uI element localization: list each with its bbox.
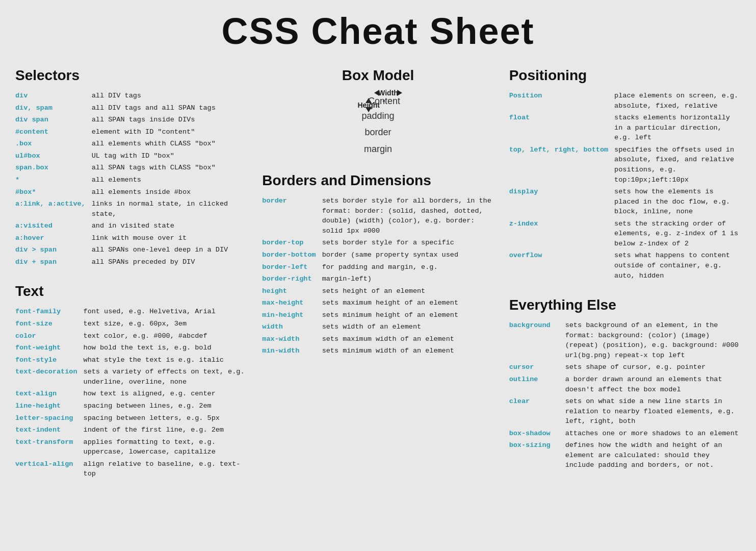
table-row: cursorsets shape of cursor, e.g. pointer	[509, 361, 741, 373]
table-row: font-sizetext size, e.g. 60px, 3em	[15, 318, 247, 330]
desc-cell: text color, e.g. #000, #abcdef	[84, 330, 247, 342]
desc-cell: all SPAN tags inside DIVs	[92, 114, 247, 126]
table-row: overflowsets what happens to content out…	[509, 249, 741, 282]
table-row: vertical-alignalign relative to baseline…	[15, 458, 247, 480]
table-row: div + spanall SPANs preceded by DIV	[15, 256, 247, 268]
desc-cell: sets width of an element	[322, 321, 494, 333]
bm-margin: Content	[383, 100, 385, 102]
borders-heading: Borders and Dimensions	[262, 172, 493, 189]
table-row: text-transformapplies formatting to text…	[15, 436, 247, 458]
table-row: line-heightspacing between lines, e.g. 2…	[15, 400, 247, 412]
table-row: a:hoverlink with mouse over it	[15, 232, 247, 244]
table-row: a:link, a:active,links in normal state, …	[15, 198, 247, 220]
desc-cell: sets what happens to content outside of …	[614, 249, 741, 282]
table-row: box-sizingdefines how the width and heig…	[509, 439, 741, 471]
desc-cell: stacks elements horizontally in a partic…	[614, 112, 741, 144]
prop-cell: .box	[15, 138, 92, 150]
box-model-section: Box Model Width Height	[262, 67, 493, 157]
desc-cell: all elements	[92, 174, 247, 186]
table-row: widthsets width of an element	[262, 321, 493, 333]
desc-cell: all SPAN tags with CLASS "box"	[92, 162, 247, 174]
prop-cell: span.box	[15, 162, 92, 174]
prop-cell: height	[262, 285, 322, 297]
prop-cell: Position	[509, 90, 614, 112]
prop-cell: border-right	[262, 273, 322, 285]
prop-cell: font-style	[15, 354, 84, 366]
prop-cell: div span	[15, 114, 92, 126]
box-model-heading: Box Model	[342, 67, 414, 84]
table-row: border-bottomborder (same property synta…	[262, 249, 493, 261]
desc-cell: border (same property syntax used	[322, 249, 494, 261]
prop-cell: font-family	[15, 306, 84, 318]
table-row: span.boxall SPAN tags with CLASS "box"	[15, 162, 247, 174]
desc-cell: place elements on screen, e.g. absolute,…	[614, 90, 741, 112]
table-row: heightsets height of an element	[262, 285, 493, 297]
prop-cell: outline	[509, 373, 565, 395]
prop-cell: float	[509, 112, 614, 144]
table-row: text-indentindent of the first line, e.g…	[15, 424, 247, 436]
prop-cell: border-bottom	[262, 249, 322, 261]
desc-cell: sets height of an element	[322, 285, 494, 297]
desc-cell: spacing between lines, e.g. 2em	[84, 400, 247, 412]
prop-cell: color	[15, 330, 84, 342]
bm-border: Content	[383, 100, 385, 102]
prop-cell: border-left	[262, 261, 322, 273]
prop-cell: z-index	[509, 218, 614, 250]
prop-cell: background	[509, 319, 565, 361]
desc-cell: link with mouse over it	[92, 232, 247, 244]
desc-cell: all DIV tags and all SPAN tags	[92, 102, 247, 114]
desc-cell: for padding and margin, e.g.	[322, 261, 494, 273]
desc-cell: sets the stracking order of elements, e.…	[614, 218, 741, 250]
table-row: div, spamall DIV tags and all SPAN tags	[15, 102, 247, 114]
desc-cell: what style the text is e.g. italic	[84, 354, 247, 366]
table-row: min-widthsets minimum width of an elemen…	[262, 345, 493, 357]
prop-cell: letter-spacing	[15, 412, 84, 424]
desc-cell: sets maximum height of an element	[322, 297, 494, 309]
prop-cell: clear	[509, 395, 565, 428]
table-row: colortext color, e.g. #000, #abcdef	[15, 330, 247, 342]
table-row: border-topsets border style for a specif…	[262, 237, 493, 249]
prop-cell: box-shadow	[509, 428, 565, 440]
desc-cell: margin-left)	[322, 273, 494, 285]
table-row: *all elements	[15, 174, 247, 186]
desc-cell: UL tag with ID "box"	[92, 150, 247, 162]
table-row: border-rightmargin-left)	[262, 273, 493, 285]
prop-cell: a:link, a:active,	[15, 198, 92, 220]
desc-cell: sets minimum width of an element	[322, 345, 494, 357]
table-row: div spanall SPAN tags inside DIVs	[15, 114, 247, 126]
borders-table: bordersets border style for all borders,…	[262, 195, 493, 357]
desc-cell: indent of the first line, e.g. 2em	[84, 424, 247, 436]
desc-cell: sets border style for all borders, in th…	[322, 195, 494, 237]
selectors-section: Selectors divall DIV tagsdiv, spamall DI…	[15, 67, 247, 268]
prop-cell: font-size	[15, 318, 84, 330]
prop-cell: font-weight	[15, 342, 84, 354]
table-row: backgroundsets background of an element,…	[509, 319, 741, 361]
desc-cell: text size, e.g. 60px, 3em	[84, 318, 247, 330]
prop-cell: text-align	[15, 388, 84, 400]
prop-cell: cursor	[509, 361, 565, 373]
selectors-table: divall DIV tagsdiv, spamall DIV tags and…	[15, 90, 247, 268]
everything-else-heading: Everything Else	[509, 297, 741, 313]
table-row: letter-spacingspacing between letters, e…	[15, 412, 247, 424]
prop-cell: top, left, right, bottom	[509, 144, 614, 186]
table-row: text-decorationsets a variety of effects…	[15, 366, 247, 388]
prop-cell: text-transform	[15, 436, 84, 458]
desc-cell: spacing between letters, e.g. 5px	[84, 412, 247, 424]
prop-cell: div + span	[15, 256, 92, 268]
table-row: divall DIV tags	[15, 90, 247, 102]
table-row: outlinea border drawn around an elements…	[509, 373, 741, 395]
prop-cell: border	[262, 195, 322, 237]
desc-cell: specifies the offsets used in absolute, …	[614, 144, 741, 186]
table-row: .boxall elements whith CLASS "box"	[15, 138, 247, 150]
positioning-section: Positioning Positionplace elements on sc…	[509, 67, 741, 282]
prop-cell: a:hover	[15, 232, 92, 244]
text-heading: Text	[15, 283, 247, 299]
prop-cell: box-sizing	[509, 439, 565, 471]
prop-cell: ul#box	[15, 150, 92, 162]
prop-cell: border-top	[262, 237, 322, 249]
prop-cell: #box*	[15, 186, 92, 198]
table-row: box-shadowattaches one or more shadows t…	[509, 428, 741, 440]
desc-cell: sets border style for a specific	[322, 237, 494, 249]
bm-padding: Content	[383, 100, 385, 102]
table-row: text-alignhow text is aligned, e.g. cent…	[15, 388, 247, 400]
